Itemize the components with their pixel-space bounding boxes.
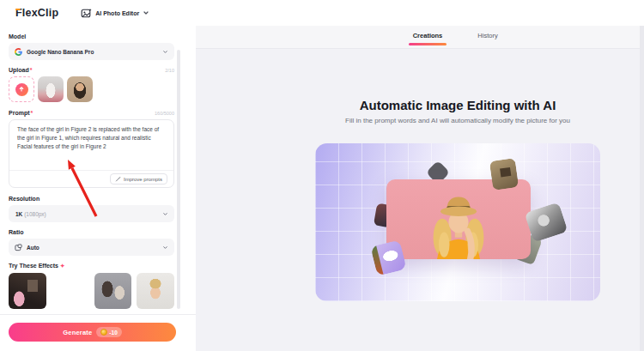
model-label-row: Model bbox=[9, 33, 174, 40]
upload-label: Upload* bbox=[9, 67, 32, 74]
generate-label: Generate bbox=[63, 329, 92, 336]
ratio-select[interactable]: Auto bbox=[9, 239, 174, 256]
model-selected-value: Google Nano Banana Pro bbox=[27, 49, 162, 55]
improve-row: Improve prompts bbox=[9, 170, 173, 187]
upload-tiles bbox=[9, 76, 174, 102]
resolution-label: Resolution bbox=[9, 196, 39, 203]
add-image-button[interactable] bbox=[9, 76, 34, 102]
logo-accent-bar bbox=[15, 9, 21, 11]
effect-thumbnail-3[interactable] bbox=[94, 273, 132, 309]
main-area: Creations History Automatic Image Editin… bbox=[196, 26, 644, 351]
uploaded-image-2[interactable] bbox=[67, 76, 93, 102]
active-tab-underline bbox=[409, 43, 447, 45]
resolution-selected-value: 1K (1080px) bbox=[15, 211, 162, 217]
chevron-down-icon bbox=[162, 211, 168, 217]
uploaded-image-1[interactable] bbox=[38, 76, 64, 102]
google-icon bbox=[15, 48, 22, 56]
main-scrollbar[interactable] bbox=[640, 26, 644, 351]
illustration-photo-card bbox=[386, 179, 531, 259]
page-subtitle: Fill in the prompt words and AI will aut… bbox=[196, 117, 644, 124]
coin-icon bbox=[100, 329, 107, 336]
topbar: FlexClip AI Photo Editor bbox=[0, 0, 644, 26]
wand-icon bbox=[115, 176, 121, 182]
credit-badge: -10 bbox=[96, 327, 121, 337]
model-select[interactable]: Google Nano Banana Pro bbox=[9, 43, 174, 60]
app-switcher[interactable]: AI Photo Editor bbox=[81, 8, 149, 19]
effects-label-row: Try These Effects ✦ bbox=[9, 263, 174, 269]
tab-history[interactable]: History bbox=[469, 26, 507, 48]
ratio-label: Ratio bbox=[9, 229, 24, 236]
resolution-label-row: Resolution bbox=[9, 196, 174, 203]
tabbar: Creations History bbox=[196, 26, 644, 49]
floating-photo-tile bbox=[489, 158, 519, 191]
model-label: Model bbox=[9, 33, 26, 40]
prompt-label-row: Prompt* 160/5000 bbox=[9, 110, 174, 117]
main-content: Automatic Image Editing with AI Fill in … bbox=[196, 49, 644, 301]
improve-prompts-button[interactable]: Improve prompts bbox=[110, 173, 167, 185]
generate-button[interactable]: Generate -10 bbox=[9, 323, 176, 342]
photo-editor-icon bbox=[81, 8, 92, 19]
required-mark: * bbox=[30, 67, 33, 73]
effect-thumbnail-1[interactable] bbox=[9, 273, 46, 309]
chevron-down-icon bbox=[143, 9, 149, 16]
upload-counter: 2/10 bbox=[165, 68, 174, 73]
app-switcher-label: AI Photo Editor bbox=[95, 10, 139, 16]
effect-thumbnail-4[interactable] bbox=[137, 273, 174, 309]
logo-text: FlexClip bbox=[15, 7, 58, 19]
prompt-label: Prompt* bbox=[9, 110, 33, 117]
effect-thumbnails bbox=[9, 273, 174, 309]
effect-thumbnail-2[interactable] bbox=[52, 273, 89, 309]
chevron-down-icon bbox=[162, 245, 168, 251]
ratio-selected-value: Auto bbox=[27, 245, 162, 251]
woman-illustration bbox=[427, 189, 490, 259]
flexclip-logo[interactable]: FlexClip bbox=[15, 7, 58, 19]
required-mark: * bbox=[31, 110, 33, 116]
prompt-textarea[interactable]: The face of the girl in Figure 2 is repl… bbox=[9, 120, 173, 156]
upload-icon bbox=[15, 83, 28, 96]
resolution-select[interactable]: 1K (1080px) bbox=[9, 205, 174, 222]
settings-sidebar: Model Google Nano Banana Pro Upload* 2/1… bbox=[0, 26, 196, 351]
page-title: Automatic Image Editing with AI bbox=[196, 98, 644, 112]
chevron-down-icon bbox=[162, 49, 168, 55]
sidebar-content: Model Google Nano Banana Pro Upload* 2/1… bbox=[0, 26, 174, 309]
prompt-counter: 160/5000 bbox=[155, 111, 174, 116]
sidebar-scrollbar[interactable] bbox=[177, 50, 180, 309]
improve-prompts-label: Improve prompts bbox=[124, 177, 162, 182]
sidebar-footer: Generate -10 bbox=[0, 314, 196, 351]
tab-creations[interactable]: Creations bbox=[409, 26, 447, 48]
credit-cost: -10 bbox=[109, 330, 117, 336]
effects-label: Try These Effects ✦ bbox=[9, 263, 64, 269]
hero-illustration bbox=[315, 143, 600, 301]
ratio-icon bbox=[15, 244, 22, 251]
upload-label-row: Upload* 2/10 bbox=[9, 67, 174, 74]
prompt-box: The face of the girl in Figure 2 is repl… bbox=[9, 119, 174, 188]
sparkle-icon: ✦ bbox=[60, 263, 64, 269]
ratio-label-row: Ratio bbox=[9, 229, 174, 236]
